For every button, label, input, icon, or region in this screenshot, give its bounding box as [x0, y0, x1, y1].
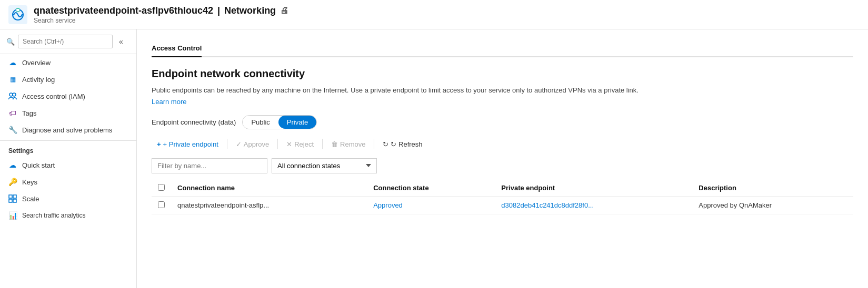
search-input[interactable] [18, 35, 113, 48]
keys-icon: 🔑 [8, 178, 17, 186]
overview-icon: ☁ [8, 58, 17, 67]
sidebar-item-scale[interactable]: Scale [0, 190, 136, 207]
filter-row: All connection states Approved Pending R… [152, 158, 853, 173]
row-description: Approved by QnAMaker [692, 197, 853, 214]
tab-access-control[interactable]: Access Control [152, 40, 202, 57]
sidebar-nav: ☁ Overview ▦ Activity log Access control… [0, 54, 136, 224]
main-content: Access Control Endpoint network connecti… [137, 29, 868, 288]
add-private-endpoint-button[interactable]: + + Private endpoint [152, 138, 224, 151]
reject-label: Reject [294, 140, 314, 148]
reject-icon: ✕ [286, 140, 292, 148]
sidebar-item-activity-log[interactable]: ▦ Activity log [0, 71, 136, 88]
approve-label: Approve [244, 140, 269, 148]
approve-button[interactable]: ✓ Approve [231, 138, 274, 151]
sidebar-label-overview: Overview [22, 59, 51, 67]
header-description: Description [692, 180, 853, 197]
table-row: qnatestprivateendpoint-asflp... Approved… [152, 197, 853, 214]
page-name: Networking [224, 5, 276, 16]
row-connection-state: Approved [367, 197, 495, 214]
activity-log-icon: ▦ [8, 75, 17, 84]
sidebar-label-access-control: Access control (IAM) [22, 92, 85, 100]
header-private-endpoint: Private endpoint [495, 180, 692, 197]
approve-icon: ✓ [236, 140, 242, 148]
settings-section-header: Settings [0, 140, 136, 157]
svg-rect-7 [13, 195, 16, 198]
search-container: 🔍 « [0, 29, 136, 54]
sidebar-label-keys: Keys [22, 178, 37, 186]
traffic-icon: 📊 [8, 211, 17, 220]
remove-label: Remove [340, 140, 365, 148]
sidebar: 🔍 « ☁ Overview ▦ Activity log Access con… [0, 29, 137, 288]
sidebar-label-diagnose: Diagnose and solve problems [22, 126, 112, 134]
sidebar-label-scale: Scale [22, 195, 39, 203]
header-connection-state: Connection state [367, 180, 495, 197]
main-layout: 🔍 « ☁ Overview ▦ Activity log Access con… [0, 29, 868, 288]
sidebar-item-keys[interactable]: 🔑 Keys [0, 173, 136, 190]
header-connection-name: Connection name [171, 180, 367, 197]
sidebar-item-tags[interactable]: 🏷 Tags [0, 105, 136, 121]
add-private-endpoint-label: + Private endpoint [163, 140, 218, 148]
private-endpoint-link[interactable]: d3082deb41c241dc8ddf28f0... [501, 201, 594, 209]
scale-icon [8, 194, 17, 203]
svg-rect-6 [9, 195, 12, 198]
sidebar-item-diagnose[interactable]: 🔧 Diagnose and solve problems [0, 121, 136, 138]
row-connection-name: qnatestprivateendpoint-asflp... [171, 197, 367, 214]
connectivity-row: Endpoint connectivity (data) Public Priv… [152, 115, 853, 129]
refresh-icon: ↻ [383, 140, 388, 148]
toolbar-divider-4 [374, 139, 374, 149]
reject-button[interactable]: ✕ Reject [281, 138, 319, 151]
toggle-private[interactable]: Private [278, 116, 316, 129]
section-title: Endpoint network connectivity [152, 68, 853, 80]
top-bar: qnatestprivateendpoint-asflpv6thlouc42 |… [0, 0, 868, 29]
sidebar-label-quickstart: Quick start [22, 161, 55, 169]
svg-rect-9 [13, 199, 16, 202]
description-text: Public endpoints can be reached by any m… [152, 85, 853, 96]
select-all-checkbox[interactable] [158, 184, 165, 191]
search-icon: 🔍 [6, 38, 15, 46]
sidebar-item-overview[interactable]: ☁ Overview [0, 54, 136, 71]
quickstart-icon: ☁ [8, 161, 17, 169]
sidebar-label-traffic: Search traffic analytics [22, 212, 86, 219]
sidebar-label-activity-log: Activity log [22, 76, 55, 84]
access-control-icon [8, 92, 17, 100]
connections-table: Connection name Connection state Private… [152, 180, 853, 214]
remove-button[interactable]: 🗑 Remove [326, 138, 371, 151]
toolbar: + + Private endpoint ✓ Approve ✕ Reject … [152, 138, 853, 151]
svg-rect-8 [9, 199, 12, 202]
resource-subtitle: Search service [34, 17, 288, 24]
table-header-row: Connection name Connection state Private… [152, 180, 853, 197]
connectivity-toggle: Public Private [242, 115, 317, 129]
connection-state-value: Approved [373, 201, 403, 209]
svg-rect-3 [16, 9, 19, 11]
toolbar-divider-1 [227, 139, 227, 149]
page-title: qnatestprivateendpoint-asflpv6thlouc42 |… [34, 5, 288, 16]
toolbar-divider-2 [277, 139, 278, 149]
print-button[interactable]: 🖨 [280, 6, 288, 15]
service-icon [8, 5, 27, 24]
diagnose-icon: 🔧 [8, 126, 17, 134]
refresh-label: ↻ Refresh [391, 140, 422, 148]
toggle-public[interactable]: Public [243, 116, 278, 129]
toolbar-divider-3 [322, 139, 323, 149]
sidebar-label-tags: Tags [22, 109, 36, 117]
trash-icon: 🗑 [331, 140, 338, 148]
connection-state-select[interactable]: All connection states Approved Pending R… [272, 158, 377, 173]
plus-icon: + [157, 140, 161, 148]
svg-point-4 [9, 93, 13, 96]
header-checkbox-col [152, 180, 171, 197]
title-group: qnatestprivateendpoint-asflpv6thlouc42 |… [34, 5, 288, 24]
learn-more-link[interactable]: Learn more [152, 98, 186, 106]
row-checkbox-cell [152, 197, 171, 214]
collapse-button[interactable]: « [116, 36, 126, 47]
svg-point-5 [13, 93, 16, 96]
row-checkbox[interactable] [158, 201, 165, 208]
resource-name: qnatestprivateendpoint-asflpv6thlouc42 [34, 5, 213, 16]
tab-bar: Access Control [152, 40, 853, 57]
filter-by-name-input[interactable] [152, 158, 267, 173]
refresh-button[interactable]: ↻ ↻ Refresh [377, 138, 427, 151]
title-separator: | [217, 5, 220, 16]
sidebar-item-traffic[interactable]: 📊 Search traffic analytics [0, 207, 136, 224]
sidebar-item-quickstart[interactable]: ☁ Quick start [0, 157, 136, 173]
connectivity-label: Endpoint connectivity (data) [152, 118, 236, 126]
sidebar-item-access-control[interactable]: Access control (IAM) [0, 88, 136, 105]
